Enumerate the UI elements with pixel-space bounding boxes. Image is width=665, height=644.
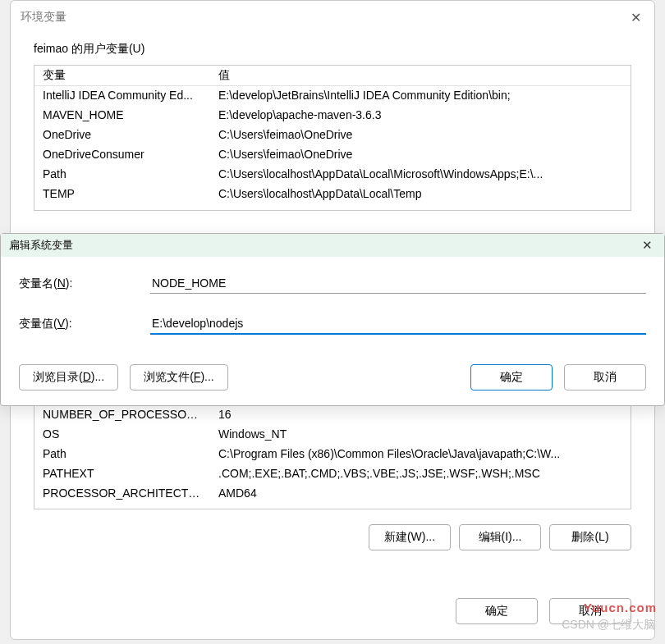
new-button[interactable]: 新建(W)... [369,524,451,550]
table-row[interactable]: NUMBER_OF_PROCESSORS16 [34,404,631,424]
variable-name-input[interactable] [150,273,646,294]
variable-name-row: 变量名(N): [19,273,646,294]
col-variable[interactable]: 变量 [34,66,210,85]
table-row[interactable]: PathC:\Users\localhost\AppData\Local\Mic… [34,164,631,184]
system-vars-table[interactable]: NUMBER_OF_PROCESSORS16 OSWindows_NT Path… [34,404,631,509]
sys-vars-buttons: 新建(W)... 编辑(I)... 删除(L) [11,509,654,562]
col-value[interactable]: 值 [210,66,631,85]
browse-file-button[interactable]: 浏览文件(F)... [130,364,228,391]
ok-button[interactable]: 确定 [456,598,538,624]
table-row[interactable]: OneDriveC:\Users\feimao\OneDrive [34,125,631,144]
variable-name-label: 变量名(N): [19,276,150,291]
window-title: 环境变量 [21,10,66,25]
edit-system-variable-dialog: 扁辑系统变量 ✕ 变量名(N): 变量值(V): 浏览目录(D)... 浏览文件… [0,233,665,406]
browse-directory-button[interactable]: 浏览目录(D)... [19,364,118,391]
table-row[interactable]: PROCESSOR_ARCHITECTUREAMD64 [34,483,631,503]
table-row[interactable]: OneDriveConsumerC:\Users\feimao\OneDrive [34,144,631,164]
edit-button[interactable]: 编辑(I)... [459,524,541,550]
close-icon[interactable]: ✕ [627,7,644,29]
close-icon[interactable]: ✕ [639,235,656,256]
table-row[interactable]: PATHEXT.COM;.EXE;.BAT;.CMD;.VBS;.VBE;.JS… [34,464,631,483]
table-row[interactable]: PathC:\Program Files (x86)\Common Files\… [34,444,631,464]
dialog-titlebar: 扁辑系统变量 ✕ [1,234,664,257]
titlebar: 环境变量 ✕ [11,1,654,34]
cancel-button[interactable]: 取消 [564,364,646,391]
dialog-title: 扁辑系统变量 [9,238,73,253]
table-row[interactable]: IntelliJ IDEA Community Ed...E:\develop\… [34,85,631,105]
table-header-row: 变量 值 [34,66,631,85]
variable-value-input[interactable] [150,313,646,335]
watermark-yuucn: Yuucn.com [584,601,657,614]
variable-value-label: 变量值(V): [19,317,150,331]
variable-value-row: 变量值(V): [19,313,646,335]
delete-button[interactable]: 删除(L) [549,524,631,550]
watermark-csdn: CSDN @七维大脑 [562,618,655,633]
user-vars-table[interactable]: 变量 值 IntelliJ IDEA Community Ed...E:\dev… [34,65,631,211]
table-row[interactable]: OSWindows_NT [34,424,631,444]
table-row[interactable]: MAVEN_HOMEE:\develop\apache-maven-3.6.3 [34,105,631,125]
user-vars-heading: feimao 的用户变量(U) [34,42,631,57]
table-row[interactable]: TEMPC:\Users\localhost\AppData\Local\Tem… [34,184,631,203]
ok-button[interactable]: 确定 [470,364,553,391]
